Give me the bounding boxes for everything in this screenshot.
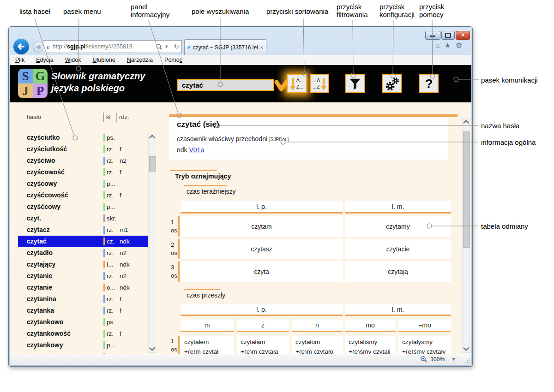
list-item[interactable]: czytankowyp... [18,339,148,351]
list-header-kl: kl [106,113,110,122]
menu-item-ulubione[interactable]: Ulubione [92,57,115,63]
list-item-kl: rz. [107,247,114,259]
scrollbar-thumb[interactable] [463,131,470,248]
list-item-word: czytankowy [27,339,63,351]
aspect-label: ndk [177,146,187,154]
list-item[interactable]: czyśćcowyp... [18,201,148,213]
scroll-down-button[interactable] [149,345,156,352]
scroll-down-button[interactable] [463,345,470,352]
mood-heading: Tryb oznajmujący [175,172,231,180]
list-item[interactable]: czyścowyp... [18,178,148,190]
zoom-control[interactable]: 100% ▼ [420,356,456,362]
list-item[interactable]: czytankowops. [18,316,148,328]
list-item-kl: p... [107,201,115,213]
home-icon[interactable]: ⌂ [435,42,440,49]
status-bar: 100% ▼ [10,354,471,365]
maximize-button[interactable] [441,31,455,40]
source-tag: [SJPDor.] [269,137,289,142]
menu-item-plik[interactable]: Plik [15,57,24,63]
tab-title: czytać – SGJP (335716 lekse... [193,44,258,51]
section-accent-line [184,289,220,290]
menu-item-widok[interactable]: Widok [65,57,81,63]
list-item[interactable]: czyściworz.n2 [18,155,148,166]
address-dropdown-icon[interactable]: ▼ [164,44,169,49]
table-header-lp: l. p. [181,201,343,214]
form-cell: czyta [181,261,343,282]
address-bar[interactable]: e http://sgjp.pl/leksemy/#255819 ▼ ↻ [43,40,182,53]
list-item[interactable]: czyściutkośćrz.f [18,143,148,155]
list-scrollbar[interactable] [148,133,156,353]
settings-button[interactable] [382,74,402,93]
list-item[interactable]: czyśćcowośćrz.f [18,190,148,201]
list-item-selected[interactable]: czytaćcz.ndk [18,236,148,247]
list-item-word: czytanina [27,293,56,305]
search-input[interactable] [177,79,274,91]
menu-item-pomoc[interactable]: Pomoc [164,57,182,63]
list-item-word: czyśćcowy [27,201,60,213]
list-item-rdz: f [120,143,121,155]
list-item[interactable]: czytającyi...ndk [18,259,148,270]
list-item[interactable]: czytaczrz.m1 [18,224,148,236]
list-item[interactable]: czytadłorz.n2 [18,247,148,259]
form-cell: czytamy [345,216,451,237]
chevron-up-icon [463,120,469,126]
sort-descending-button[interactable]: ...A...Z [310,74,329,93]
back-button[interactable] [13,39,29,54]
list-item[interactable]: czyściutkops. [18,132,148,143]
list-item-kl: i... [107,259,113,270]
zoom-dropdown-icon[interactable]: ▼ [452,357,456,362]
list-item[interactable]: czytankarz.f [18,305,148,316]
app-title: Słownik gramatyczny języka polskiego [51,70,145,94]
favorites-icon[interactable]: ★ [444,42,451,49]
annotation-nazwa-hasla: nazwa hasła [481,122,519,130]
menu-item-narzedzia[interactable]: Narzędzia [127,57,153,63]
minimize-button[interactable] [425,31,440,40]
pattern-link[interactable]: V01a [189,146,204,154]
main-scrollbar[interactable] [462,118,470,353]
list-item-rdz: ndk [120,259,130,270]
row-accent-bar [178,216,180,237]
filter-button[interactable] [345,74,365,93]
gender-header-nmo: −mo [398,320,451,332]
list-item[interactable]: czytankowośćrz.f [18,328,148,339]
browser-tab[interactable]: e czytać – SGJP (335716 lekse... × [184,39,266,55]
list-item-kl: rz. [107,293,114,305]
help-button[interactable]: ? [419,74,439,93]
list-header-divider[interactable] [103,113,104,122]
list-item[interactable]: czytaninarz.f [18,293,148,305]
funnel-icon [349,77,361,90]
list-item-kl: cz. [107,236,114,247]
list-item[interactable]: czyścowośćrz.f [18,166,148,178]
search-icon[interactable] [156,44,162,50]
scroll-up-button[interactable] [149,133,156,141]
list-item[interactable]: czytanieo...ndk [18,282,148,293]
list-header-rdz: rdz. [119,113,129,122]
sort-ascending-button[interactable]: A...Z... [287,74,307,93]
tab-close-icon[interactable]: × [260,45,263,50]
annotation-lista-hasel: lista haseł [19,7,50,15]
close-button[interactable]: ✕ [456,31,470,40]
annotation-przyciski-sortowania: przyciski sortowania [266,7,328,15]
annotation-panel-informacyjny: panel informacyjny [131,3,175,19]
scroll-up-button[interactable] [463,119,470,126]
refresh-icon[interactable]: ↻ [174,43,179,50]
list-item-class-bar [103,307,105,315]
tools-icon[interactable]: ⚙ [456,42,462,49]
gender-header-m: m [181,320,234,332]
list-item-word: czyściwo [27,155,55,166]
forward-button[interactable] [33,42,44,53]
list-item-word: czyścowy [27,178,57,190]
down-arrow-icon [290,77,295,90]
form-cell: czytałam+(e)m czytała [237,336,289,354]
resize-grip[interactable] [464,358,470,363]
row-accent-bar [178,261,180,282]
row-accent-bar [178,239,180,259]
menu-item-edycja[interactable]: Edycja [36,57,54,63]
list-item-class-bar [103,284,105,291]
list-item-rdz: f [120,190,121,201]
list-item[interactable]: czyt.skr. [18,213,148,224]
table-header-lm: l. m. [345,304,451,316]
scrollbar-thumb[interactable] [149,156,156,172]
list-header-divider[interactable] [116,113,117,122]
list-item[interactable]: czytanierz.n2 [18,270,148,282]
